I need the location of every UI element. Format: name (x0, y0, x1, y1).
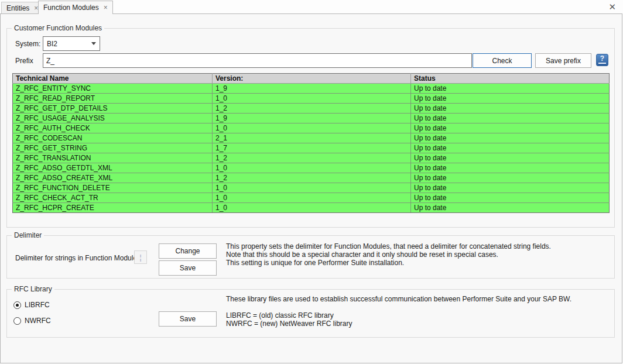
table-row[interactable]: Z_RFC_ENTITY_SYNC1_9Up to date (13, 84, 610, 94)
cell-name[interactable]: Z_RFC_ADSO_CREATE_XML (13, 173, 213, 183)
delimiter-save-button-label: Save (180, 264, 196, 272)
column-header-version[interactable]: Version: (213, 74, 411, 84)
cell-version[interactable]: 1_0 (213, 193, 411, 203)
customer-group-title: Customer Function Modules (12, 24, 104, 32)
table-row[interactable]: Z_RFC_HCPR_CREATE1_0Up to date (13, 203, 610, 213)
table-row[interactable]: Z_RFC_READ_REPORT1_0Up to date (13, 94, 610, 104)
rfc-save-button[interactable]: Save (159, 311, 217, 327)
tab-strip: Entities × Function Modules × ✕ (0, 0, 623, 13)
delimiter-label: Delimiter for strings in Function Module… (15, 254, 141, 262)
window-close-icon[interactable]: ✕ (608, 2, 616, 11)
cell-status[interactable]: Up to date (411, 123, 610, 133)
cell-status[interactable]: Up to date (411, 84, 610, 94)
cell-status[interactable]: Up to date (411, 114, 610, 123)
rfc-description: These library files are used to establis… (226, 295, 571, 328)
save-prefix-button[interactable]: Save prefix (535, 53, 591, 68)
cell-status[interactable]: Up to date (411, 94, 610, 104)
tab-entities[interactable]: Entities × (1, 2, 43, 13)
delimiter-value: ¦ (139, 253, 141, 262)
check-button[interactable]: Check (473, 53, 532, 68)
table-row[interactable]: Z_RFC_CHECK_ACT_TR1_0Up to date (13, 193, 610, 203)
tab-function-modules-close-icon[interactable]: × (104, 4, 108, 11)
delimiter-change-button[interactable]: Change (159, 243, 217, 259)
cell-version[interactable]: 1_0 (213, 203, 411, 213)
help-icon-glyph: ? (597, 54, 608, 63)
cell-version[interactable]: 1_7 (213, 143, 411, 153)
radio-librfc[interactable]: LIBRFC (13, 301, 50, 309)
cell-version[interactable]: 1_2 (213, 153, 411, 163)
delimiter-description: This property sets the delimiter for Fun… (226, 242, 551, 267)
delimiter-save-button[interactable]: Save (159, 260, 217, 276)
cell-name[interactable]: Z_RFC_ENTITY_SYNC (13, 84, 213, 94)
cell-status[interactable]: Up to date (411, 143, 610, 153)
cell-name[interactable]: Z_RFC_ADSO_GETDTL_XML (13, 163, 213, 173)
delimiter-description-line3: This setting is unique for one Performer… (226, 259, 551, 267)
radio-nwrfc-icon[interactable] (13, 317, 21, 325)
cell-name[interactable]: Z_RFC_CHECK_ACT_TR (13, 193, 213, 203)
rfc-description-line3: NWRFC = (new) NetWeaver RFC library (226, 320, 571, 328)
cell-name[interactable]: Z_RFC_AUTH_CHECK (13, 123, 213, 133)
help-icon-bar (598, 63, 606, 64)
cell-name[interactable]: Z_RFC_READ_REPORT (13, 94, 213, 104)
system-dropdown-value: BI2 (47, 40, 91, 48)
cell-version[interactable]: 1_0 (213, 94, 411, 104)
help-icon[interactable]: ? (596, 54, 608, 66)
delimiter-description-line1: This property sets the delimiter for Fun… (226, 242, 551, 250)
table-row[interactable]: Z_RFC_TRANSLATION1_2Up to date (13, 153, 610, 163)
chevron-down-icon (91, 42, 96, 45)
cell-name[interactable]: Z_RFC_GET_STRING (13, 143, 213, 153)
cell-version[interactable]: 1_0 (213, 183, 411, 193)
column-header-status[interactable]: Status (411, 74, 610, 84)
cell-status[interactable]: Up to date (411, 183, 610, 193)
radio-nwrfc[interactable]: NWRFC (13, 317, 51, 325)
table-row[interactable]: Z_RFC_GET_STRING1_7Up to date (13, 143, 610, 153)
system-dropdown[interactable]: BI2 (43, 36, 100, 51)
prefix-label: Prefix (15, 57, 33, 65)
radio-librfc-label: LIBRFC (25, 301, 50, 309)
cell-status[interactable]: Up to date (411, 104, 610, 114)
table-row[interactable]: Z_RFC_USAGE_ANALYSIS1_9Up to date (13, 114, 610, 123)
tab-function-modules[interactable]: Function Modules × (38, 1, 113, 14)
table-row[interactable]: Z_RFC_FUNCTION_DELETE1_0Up to date (13, 183, 610, 193)
table-row[interactable]: Z_RFC_GET_DTP_DETAILS1_2Up to date (13, 104, 610, 114)
check-button-label: Check (492, 57, 512, 65)
cell-name[interactable]: Z_RFC_GET_DTP_DETAILS (13, 104, 213, 114)
cell-version[interactable]: 1_9 (213, 114, 411, 123)
cell-status[interactable]: Up to date (411, 153, 610, 163)
rfc-description-line2: LIBRFC = (old) classic RFC library (226, 311, 571, 320)
cell-name[interactable]: Z_RFC_TRANSLATION (13, 153, 213, 163)
delimiter-description-line2: Note that this should be a special chara… (226, 250, 551, 259)
delimiter-value-field[interactable]: ¦ (134, 250, 147, 264)
cell-version[interactable]: 2_1 (213, 133, 411, 143)
cell-name[interactable]: Z_RFC_FUNCTION_DELETE (13, 183, 213, 193)
tab-entities-label: Entities (6, 4, 29, 12)
cell-version[interactable]: 1_0 (213, 123, 411, 133)
rfc-save-button-label: Save (180, 315, 196, 323)
cell-status[interactable]: Up to date (411, 193, 610, 203)
save-prefix-button-label: Save prefix (546, 57, 581, 65)
cell-version[interactable]: 1_0 (213, 163, 411, 173)
table-row[interactable]: Z_RFC_AUTH_CHECK1_0Up to date (13, 123, 610, 133)
cell-status[interactable]: Up to date (411, 203, 610, 213)
cell-version[interactable]: 1_9 (213, 84, 411, 94)
cell-status[interactable]: Up to date (411, 173, 610, 183)
table-row[interactable]: Z_RFC_ADSO_GETDTL_XML1_0Up to date (13, 163, 610, 173)
cell-version[interactable]: 1_2 (213, 173, 411, 183)
rfc-description-line1: These library files are used to establis… (226, 295, 571, 303)
cell-name[interactable]: Z_RFC_CODESCAN (13, 133, 213, 143)
prefix-input[interactable] (43, 53, 472, 68)
column-header-technical-name[interactable]: Technical Name (13, 74, 213, 84)
cell-version[interactable]: 1_2 (213, 104, 411, 114)
rfc-description-spacer (226, 303, 571, 311)
rfc-library-group-title: RFC Library (12, 285, 54, 293)
function-modules-panel: Customer Function Modules System: BI2 Pr… (0, 13, 622, 363)
table-row[interactable]: Z_RFC_CODESCAN2_1Up to date (13, 133, 610, 143)
cell-name[interactable]: Z_RFC_HCPR_CREATE (13, 203, 213, 213)
cell-name[interactable]: Z_RFC_USAGE_ANALYSIS (13, 114, 213, 123)
cell-status[interactable]: Up to date (411, 163, 610, 173)
cell-status[interactable]: Up to date (411, 133, 610, 143)
function-modules-table: Technical Name Version: Status Z_RFC_ENT… (12, 73, 610, 213)
table-header-row: Technical Name Version: Status (13, 74, 610, 84)
radio-librfc-icon[interactable] (13, 301, 21, 309)
table-row[interactable]: Z_RFC_ADSO_CREATE_XML1_2Up to date (13, 173, 610, 183)
